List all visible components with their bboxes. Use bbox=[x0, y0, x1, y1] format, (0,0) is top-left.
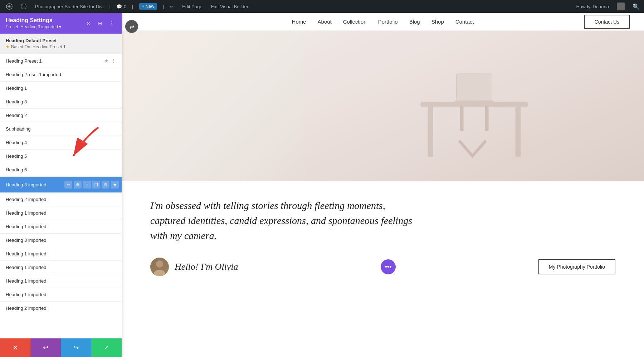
panel-grid-icon[interactable]: ⊞ bbox=[96, 19, 104, 28]
wordpress-logo-icon[interactable] bbox=[4, 1, 14, 11]
preset-item-heading-3[interactable]: Heading 3 bbox=[0, 95, 122, 109]
svg-point-11 bbox=[156, 260, 163, 268]
preset-item-label: Heading 1 imported bbox=[6, 278, 116, 284]
site-nav: Home About Collection Portfolio Blog Sho… bbox=[122, 13, 644, 31]
preset-item-heading-1-imported-2[interactable]: Heading 1 imported bbox=[0, 220, 122, 234]
toolbar-edit-icon[interactable]: ✏ bbox=[64, 181, 72, 189]
preset-item-heading-preset-1[interactable]: Heading Preset 1 ★ ⋮ bbox=[0, 54, 122, 68]
preset-item-heading-1-imported-6[interactable]: Heading 1 imported bbox=[0, 288, 122, 302]
hello-left: Hello! I'm Olivia bbox=[150, 258, 238, 276]
nav-link-blog[interactable]: Blog bbox=[409, 19, 420, 25]
preset-item-heading-2[interactable]: Heading 2 bbox=[0, 109, 122, 122]
admin-bar-comments[interactable]: 💬 0 bbox=[113, 0, 130, 13]
panel-header-text: Heading Settings Preset: Heading 3 impor… bbox=[6, 17, 61, 29]
admin-bar-exit-builder[interactable]: Exit Visual Builder bbox=[208, 0, 252, 13]
admin-bar-howdy: Howdy, Deanna bbox=[576, 4, 609, 9]
portfolio-button[interactable]: My Photography Portfolio bbox=[538, 259, 615, 274]
preset-item-label: Heading 1 imported bbox=[6, 265, 116, 270]
default-preset-section: Heading Default Preset ★ Based On: Headi… bbox=[0, 34, 122, 54]
sidebar-panel: Heading Settings Preset: Heading 3 impor… bbox=[0, 13, 122, 357]
nav-link-portfolio[interactable]: Portfolio bbox=[378, 19, 398, 25]
swap-section-icon[interactable]: ⇄ bbox=[125, 20, 138, 33]
preset-item-label: Heading 2 bbox=[6, 113, 116, 118]
undo-button[interactable]: ↩ bbox=[30, 338, 61, 357]
preset-item-label: Heading 1 bbox=[6, 85, 116, 91]
hero-image-inner bbox=[304, 31, 644, 181]
preset-item-heading-1-imported-3[interactable]: Heading 1 imported bbox=[0, 247, 122, 261]
admin-bar-sep2: | bbox=[131, 4, 134, 9]
avatar bbox=[150, 258, 169, 276]
save-button[interactable]: ✓ bbox=[91, 338, 122, 357]
preset-item-heading-1[interactable]: Heading 1 bbox=[0, 82, 122, 95]
svg-rect-5 bbox=[428, 107, 433, 157]
nav-link-about[interactable]: About bbox=[318, 19, 332, 25]
admin-bar-new[interactable]: + New bbox=[136, 0, 161, 13]
cancel-button[interactable]: ✕ bbox=[0, 338, 30, 357]
preset-item-heading-1-imported-1[interactable]: Heading 1 imported bbox=[0, 206, 122, 220]
admin-bar-avatar[interactable] bbox=[613, 0, 628, 13]
nav-link-shop[interactable]: Shop bbox=[431, 19, 444, 25]
admin-bar-edit-icon[interactable]: ✏ bbox=[166, 0, 177, 13]
default-preset-name: Heading Default Preset bbox=[6, 38, 116, 43]
panel-more-icon[interactable]: ⋮ bbox=[107, 19, 116, 28]
admin-bar-site-icon[interactable] bbox=[17, 0, 30, 13]
default-preset-based: ★ Based On: Heading Preset 1 bbox=[6, 44, 116, 49]
three-dots-icon: ••• bbox=[385, 263, 392, 271]
toolbar-delete-icon[interactable]: 🗑 bbox=[102, 181, 109, 189]
panel-header-icons: ⊙ ⊞ ⋮ bbox=[84, 19, 116, 28]
preset-star-icon[interactable]: ★ bbox=[104, 58, 109, 64]
preset-item-heading-2-imported-2[interactable]: Heading 2 imported bbox=[0, 302, 122, 315]
preset-item-label: Heading 6 bbox=[6, 167, 116, 172]
panel-subtitle: Preset: Heading 3 imported ▾ bbox=[6, 24, 61, 29]
svg-rect-9 bbox=[460, 106, 464, 131]
bottom-bar: ✕ ↩ ↪ ✓ bbox=[0, 338, 122, 357]
preset-item-heading-1-imported-5[interactable]: Heading 1 imported bbox=[0, 274, 122, 288]
admin-bar-site-name[interactable]: Photographer Starter Site for Divi bbox=[31, 0, 107, 13]
preset-item-heading-6[interactable]: Heading 6 bbox=[0, 163, 122, 177]
hero-image bbox=[122, 31, 644, 181]
admin-bar-edit-page[interactable]: Edit Page bbox=[179, 0, 206, 13]
svg-point-2 bbox=[21, 4, 26, 9]
preset-item-label: Subheading bbox=[6, 126, 116, 132]
admin-bar-search-icon[interactable]: 🔍 bbox=[633, 3, 640, 10]
svg-rect-10 bbox=[485, 106, 489, 131]
preset-item-label: Heading 1 imported bbox=[6, 292, 116, 297]
svg-point-1 bbox=[8, 5, 10, 7]
panel-title: Heading Settings bbox=[6, 17, 61, 24]
svg-point-12 bbox=[154, 270, 165, 276]
three-dots-button[interactable]: ••• bbox=[381, 259, 396, 274]
nav-link-contact[interactable]: Contact bbox=[455, 19, 474, 25]
preset-item-heading-3-imported-active[interactable]: Heading 3 imported ✏ ⚙ ↑ ❐ 🗑 ★ bbox=[0, 177, 122, 193]
preset-item-label: Heading 1 imported bbox=[6, 251, 116, 256]
preset-item-heading-3-imported-2[interactable]: Heading 3 imported bbox=[0, 234, 122, 247]
preset-item-label: Heading Preset 1 imported bbox=[6, 72, 116, 77]
toolbar-copy-icon[interactable]: ❐ bbox=[92, 181, 100, 189]
preset-item-label: Heading 1 imported bbox=[6, 210, 116, 216]
admin-bar: Photographer Starter Site for Divi | 💬 0… bbox=[0, 0, 644, 13]
preset-item-heading-4[interactable]: Heading 4 bbox=[0, 136, 122, 150]
toolbar-upload-icon[interactable]: ↑ bbox=[83, 181, 91, 189]
preset-item-label: Heading 2 imported bbox=[6, 305, 116, 311]
nav-link-home[interactable]: Home bbox=[292, 19, 306, 25]
redo-button[interactable]: ↪ bbox=[61, 338, 91, 357]
toolbar-settings-icon[interactable]: ⚙ bbox=[74, 181, 82, 189]
preset-item-heading-1-imported-4[interactable]: Heading 1 imported bbox=[0, 261, 122, 274]
preset-item-heading-5[interactable]: Heading 5 bbox=[0, 150, 122, 163]
contact-us-button[interactable]: Contact Us bbox=[584, 15, 630, 29]
preset-item-actions: ★ ⋮ bbox=[104, 58, 116, 64]
toolbar-star-icon[interactable]: ★ bbox=[111, 181, 119, 189]
panel-header: Heading Settings Preset: Heading 3 impor… bbox=[0, 13, 122, 34]
preset-list: Heading Preset 1 ★ ⋮ Heading Preset 1 im… bbox=[0, 54, 122, 357]
preset-item-heading-2-imported[interactable]: Heading 2 imported bbox=[0, 193, 122, 206]
admin-bar-sep3: | bbox=[162, 4, 165, 9]
preset-item-label: Heading 2 imported bbox=[6, 197, 116, 202]
admin-bar-right: Howdy, Deanna 🔍 bbox=[576, 0, 640, 13]
svg-rect-8 bbox=[455, 101, 494, 106]
site-nav-links: Home About Collection Portfolio Blog Sho… bbox=[136, 19, 630, 25]
panel-focus-icon[interactable]: ⊙ bbox=[84, 19, 93, 28]
preset-item-heading-preset-1-imported[interactable]: Heading Preset 1 imported bbox=[0, 68, 122, 82]
admin-bar-sep1: | bbox=[108, 4, 111, 9]
preset-three-dots-icon[interactable]: ⋮ bbox=[111, 58, 116, 64]
preset-item-subheading[interactable]: Subheading bbox=[0, 122, 122, 136]
nav-link-collection[interactable]: Collection bbox=[343, 19, 367, 25]
